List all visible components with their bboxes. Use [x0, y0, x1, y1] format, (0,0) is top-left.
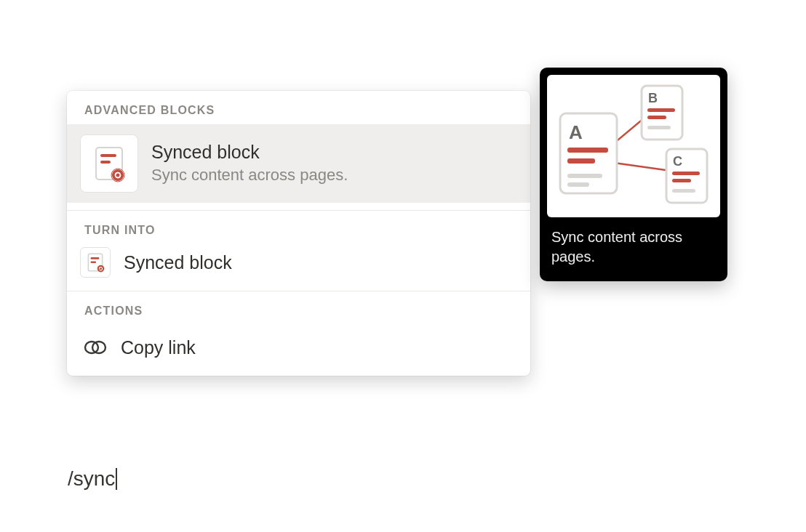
- label-c: C: [673, 154, 682, 169]
- svg-line-12: [609, 162, 671, 171]
- link-icon: [83, 335, 108, 360]
- svg-rect-6: [91, 257, 100, 259]
- slash-command-menu: ADVANCED BLOCKS Synced block Sync conten: [67, 91, 530, 376]
- synced-block-icon: [80, 247, 111, 278]
- svg-rect-19: [647, 108, 675, 112]
- svg-rect-24: [672, 179, 691, 182]
- menu-item-turn-into-synced-block[interactable]: Synced block: [67, 244, 530, 291]
- svg-point-8: [97, 265, 105, 273]
- svg-rect-2: [100, 161, 111, 164]
- synced-block-preview-illustration: A B C: [547, 75, 720, 217]
- text-caret: [116, 468, 117, 490]
- menu-item-title: Copy link: [121, 337, 196, 358]
- section-header-advanced-blocks: ADVANCED BLOCKS: [67, 91, 530, 124]
- preview-caption: Sync content across pages.: [547, 217, 720, 270]
- slash-command-input[interactable]: /sync: [68, 467, 117, 491]
- menu-item-title: Synced block: [124, 251, 232, 275]
- svg-rect-21: [647, 126, 671, 129]
- svg-rect-23: [672, 172, 700, 175]
- svg-rect-15: [567, 158, 595, 164]
- svg-rect-25: [672, 189, 695, 193]
- label-a: A: [569, 121, 583, 143]
- label-b: B: [648, 91, 658, 105]
- menu-item-copy-link[interactable]: Copy link: [67, 325, 530, 376]
- svg-rect-1: [100, 154, 116, 157]
- synced-block-icon: [80, 134, 138, 193]
- svg-rect-17: [567, 182, 589, 187]
- menu-item-synced-block[interactable]: Synced block Sync content across pages.: [67, 124, 530, 203]
- svg-rect-7: [91, 261, 97, 263]
- svg-rect-14: [567, 148, 608, 153]
- section-header-actions: ACTIONS: [67, 291, 530, 325]
- section-header-turn-into: TURN INTO: [67, 211, 530, 244]
- menu-item-title: Synced block: [151, 140, 348, 164]
- menu-item-subtitle: Sync content across pages.: [151, 164, 348, 187]
- block-preview-tooltip: A B C Sync content across pages.: [540, 68, 727, 281]
- svg-rect-16: [567, 174, 602, 178]
- slash-command-text: /sync: [68, 467, 115, 491]
- svg-rect-20: [647, 116, 666, 119]
- svg-point-4: [112, 169, 124, 181]
